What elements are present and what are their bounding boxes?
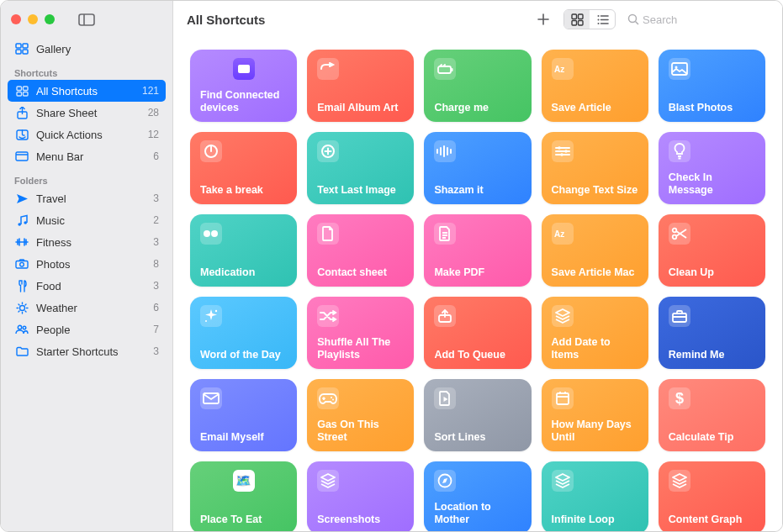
svg-point-77 xyxy=(332,399,334,401)
shortcut-card-label: Gas On This Street xyxy=(317,419,404,443)
shortcut-card-save-article-mac[interactable]: AzSave Article Mac xyxy=(542,214,648,287)
svg-point-29 xyxy=(597,18,599,20)
svg-point-18 xyxy=(19,305,24,310)
list-view-button[interactable] xyxy=(590,10,615,29)
gallery-icon xyxy=(14,43,29,55)
fork-icon xyxy=(14,280,29,292)
sidebar-header-shortcuts: Shortcuts xyxy=(8,60,166,80)
search-input[interactable] xyxy=(643,13,783,26)
new-shortcut-button[interactable] xyxy=(530,8,557,30)
sidebar-item-count: 6 xyxy=(153,150,159,162)
shortcut-card-save-article[interactable]: AzSave Article xyxy=(542,50,648,122)
shortcut-card-email-myself[interactable]: Email Myself xyxy=(190,379,297,451)
shortcut-card-label: Contact sheet xyxy=(317,266,404,278)
svg-point-70 xyxy=(205,320,207,322)
shortcut-card-label: Email Myself xyxy=(200,431,287,443)
shortcut-card-label: Take a break xyxy=(200,184,287,196)
shortcut-card-find-connected-devices[interactable]: Find Connected devices xyxy=(190,50,297,122)
shortcut-card-label: Add To Queue xyxy=(434,349,521,361)
bulb-icon xyxy=(669,140,690,162)
svg-text:$: $ xyxy=(675,390,684,407)
sidebar-item-people[interactable]: People7 xyxy=(8,319,166,340)
sidebar-item-food[interactable]: Food3 xyxy=(8,275,166,297)
sidebar: Gallery Shortcuts All Shortcuts121Share … xyxy=(1,1,173,531)
svg-point-54 xyxy=(558,146,561,150)
close-window-button[interactable] xyxy=(11,14,21,24)
shortcut-card-remind-me[interactable]: Remind Me xyxy=(659,297,765,369)
shortcut-card-make-pdf[interactable]: Make PDF xyxy=(424,214,531,287)
shortcut-card-location-to-mother[interactable]: Location to Mother xyxy=(424,461,531,531)
sidebar-item-label: Share Sheet xyxy=(36,107,141,119)
svg-rect-78 xyxy=(557,393,569,404)
shortcut-card-take-a-break[interactable]: Take a break xyxy=(190,132,297,204)
briefcase-icon xyxy=(669,305,690,327)
stack-icon xyxy=(552,305,574,327)
shortcut-card-charge-me[interactable]: Charge me xyxy=(424,50,531,122)
shortcut-card-label: Save Article Mac xyxy=(552,266,638,278)
sidebar-item-share-sheet[interactable]: Share Sheet28 xyxy=(8,102,166,124)
shortcut-card-label: Screenshots xyxy=(317,514,404,525)
grid-icon xyxy=(14,86,29,97)
shortcut-card-place-to-eat[interactable]: 🗺️Place To Eat xyxy=(190,461,297,531)
shortcut-card-infinite-loop[interactable]: Infinite Loop xyxy=(542,461,648,531)
shortcut-card-sort-lines[interactable]: Sort Lines xyxy=(424,379,531,451)
shuffle-icon xyxy=(317,305,339,327)
sidebar-item-count: 3 xyxy=(153,280,159,292)
sidebar-item-quick-actions[interactable]: Quick Actions12 xyxy=(8,124,166,145)
shortcut-card-label: How Many Days Until xyxy=(552,419,638,443)
shortcut-card-shazam-it[interactable]: Shazam it xyxy=(424,132,531,204)
sidebar-item-starter-shortcuts[interactable]: Starter Shortcuts3 xyxy=(8,340,166,362)
shortcut-card-change-text-size[interactable]: Change Text Size xyxy=(542,132,648,204)
sidebar-item-menu-bar[interactable]: Menu Bar6 xyxy=(8,145,166,167)
minimize-window-button[interactable] xyxy=(28,14,38,24)
shortcut-card-label: Check In Message xyxy=(669,171,755,196)
svg-rect-23 xyxy=(572,14,577,19)
wave-icon xyxy=(434,140,456,162)
sidebar-item-all-shortcuts[interactable]: All Shortcuts121 xyxy=(8,80,166,102)
search-field[interactable] xyxy=(622,9,774,29)
grid-view-button[interactable] xyxy=(564,10,590,29)
shortcut-card-contact-sheet[interactable]: Contact sheet xyxy=(307,214,414,287)
sidebar-item-photos[interactable]: Photos8 xyxy=(8,253,166,275)
shortcut-card-blast-photos[interactable]: Blast Photos xyxy=(659,50,765,122)
shortcut-card-calculate-tip[interactable]: $Calculate Tip xyxy=(659,379,765,451)
reply-icon xyxy=(317,58,339,80)
shortcut-card-text-last-image[interactable]: Text Last Image xyxy=(307,132,414,204)
toggle-sidebar-button[interactable] xyxy=(75,10,98,29)
sidebar-item-music[interactable]: Music2 xyxy=(8,209,166,231)
shortcut-card-gas-on-this-street[interactable]: Gas On This Street xyxy=(307,379,414,451)
shortcut-card-label: Location to Mother xyxy=(434,501,521,525)
shortcut-card-clean-up[interactable]: Clean Up xyxy=(659,214,765,287)
zoom-window-button[interactable] xyxy=(45,14,55,24)
shortcut-card-email-album-art[interactable]: Email Album Art xyxy=(307,50,414,122)
shortcut-card-shuffle-all-the-playlists[interactable]: Shuffle All The Playlists xyxy=(307,297,414,369)
svg-point-76 xyxy=(331,397,332,398)
sun-icon xyxy=(14,302,29,314)
main-content: All Shortcuts Find Connected xyxy=(173,1,782,531)
sidebar-item-label: Menu Bar xyxy=(36,150,146,163)
sidebar-item-weather[interactable]: Weather6 xyxy=(8,297,166,319)
maps-icon: 🗺️ xyxy=(200,470,287,492)
shortcut-card-screenshots[interactable]: Screenshots xyxy=(307,461,414,531)
sidebar-item-label: Quick Actions xyxy=(36,129,141,141)
text-az-icon: Az xyxy=(552,58,574,80)
svg-point-27 xyxy=(597,15,599,17)
search-icon xyxy=(627,13,639,25)
shortcut-card-add-date-to-items[interactable]: Add Date to Items xyxy=(542,297,648,369)
shortcut-card-medication[interactable]: Medication xyxy=(190,214,297,287)
sidebar-item-gallery[interactable]: Gallery xyxy=(8,38,166,60)
people-icon xyxy=(14,324,29,334)
shortcut-card-content-graph[interactable]: Content Graph xyxy=(659,461,765,531)
shortcut-card-how-many-days-until[interactable]: How Many Days Until xyxy=(542,379,648,451)
shortcut-card-label: Shazam it xyxy=(434,184,521,196)
shortcut-card-label: Place To Eat xyxy=(200,514,287,525)
sidebar-item-label: Photos xyxy=(36,258,146,271)
shortcut-card-word-of-the-day[interactable]: Word of the Day xyxy=(190,297,297,369)
fitness-icon xyxy=(14,238,29,246)
sidebar-item-travel[interactable]: Travel3 xyxy=(8,187,166,209)
shortcut-card-check-in-message[interactable]: Check In Message xyxy=(659,132,765,204)
view-segmented-control xyxy=(563,9,616,29)
sidebar-item-count: 6 xyxy=(153,302,159,313)
sidebar-item-fitness[interactable]: Fitness3 xyxy=(8,231,166,253)
shortcut-card-add-to-queue[interactable]: Add To Queue xyxy=(424,297,531,369)
